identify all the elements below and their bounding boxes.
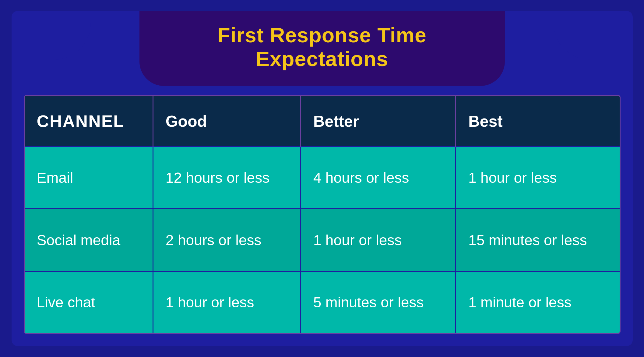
column-header-good: Good (153, 96, 301, 147)
page-title: First Response Time Expectations (164, 23, 480, 71)
cell-social-best: 15 minutes or less (456, 209, 619, 271)
cell-email-better: 4 hours or less (301, 147, 456, 209)
cell-social-good: 2 hours or less (153, 209, 301, 271)
column-header-best: Best (456, 96, 619, 147)
column-header-channel: CHANNEL (25, 96, 153, 147)
table-row: Live chat 1 hour or less 5 minutes or le… (25, 271, 620, 333)
cell-email-good: 12 hours or less (153, 147, 301, 209)
outer-container: First Response Time Expectations CHANNEL… (12, 11, 633, 346)
table-container: CHANNEL Good Better Best Email 12 hours … (24, 95, 621, 334)
tab-notch-left (24, 11, 91, 60)
cell-email-best: 1 hour or less (456, 147, 619, 209)
cell-livechat-good: 1 hour or less (153, 271, 301, 333)
column-header-better: Better (301, 96, 456, 147)
cell-livechat-better: 5 minutes or less (301, 271, 456, 333)
table-header-row: CHANNEL Good Better Best (25, 96, 620, 147)
cell-livechat-channel: Live chat (25, 271, 153, 333)
table-row: Social media 2 hours or less 1 hour or l… (25, 209, 620, 271)
table-row: Email 12 hours or less 4 hours or less 1… (25, 147, 620, 209)
header-area: First Response Time Expectations (24, 11, 621, 86)
tab-notch-right (554, 11, 621, 60)
cell-email-channel: Email (25, 147, 153, 209)
header-tab: First Response Time Expectations (139, 11, 505, 86)
response-time-table: CHANNEL Good Better Best Email 12 hours … (25, 96, 620, 333)
cell-social-better: 1 hour or less (301, 209, 456, 271)
cell-livechat-best: 1 minute or less (456, 271, 619, 333)
cell-social-channel: Social media (25, 209, 153, 271)
